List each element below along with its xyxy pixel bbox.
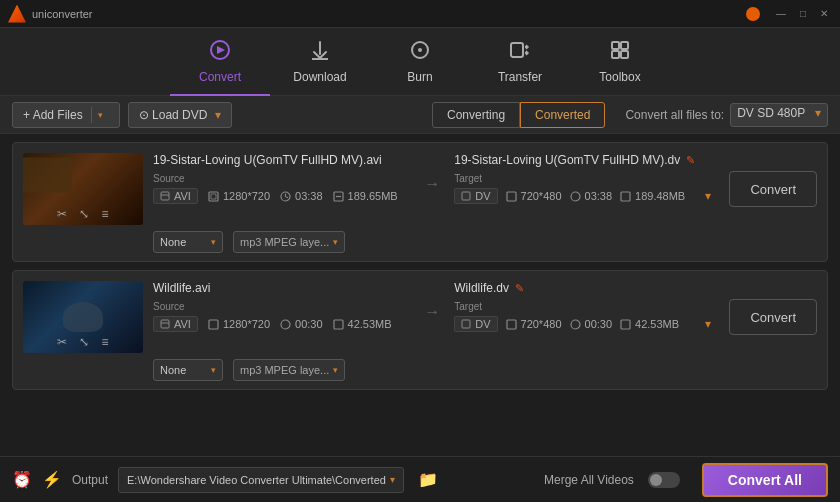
source-size-2: 42.53MB bbox=[333, 318, 392, 330]
add-files-dropdown[interactable]: ▾ bbox=[91, 107, 109, 123]
alarm-icon[interactable]: ⏰ bbox=[12, 470, 32, 489]
target-label-1: Target bbox=[454, 173, 711, 184]
scissors-icon-2[interactable]: ✂ bbox=[57, 335, 67, 349]
output-label: Output bbox=[72, 473, 108, 487]
nav-item-transfer[interactable]: Transfer bbox=[470, 28, 570, 96]
target-duration-1: 03:38 bbox=[570, 190, 613, 202]
audio-codec-chevron-1: ▾ bbox=[333, 237, 338, 247]
title-bar-left: uniconverter bbox=[8, 5, 93, 23]
thumbnail-2: ✂ ⤡ ≡ bbox=[23, 281, 143, 353]
expand-arrow-2[interactable]: ▾ bbox=[705, 317, 711, 331]
arrow-right-1: → bbox=[424, 175, 440, 193]
merge-toggle[interactable] bbox=[648, 472, 680, 488]
output-path[interactable]: E:\Wondershare Video Converter Ultimate\… bbox=[118, 467, 404, 493]
load-dvd-button[interactable]: ⊙ Load DVD ▾ bbox=[128, 102, 233, 128]
minimize-button[interactable]: — bbox=[772, 6, 790, 21]
file-name-row-2: Wildlife.avi bbox=[153, 281, 410, 295]
win-controls: — □ ✕ bbox=[772, 6, 832, 21]
target-name-row-2: Wildlife.dv ✎ bbox=[454, 281, 711, 295]
source-label-2: Source bbox=[153, 301, 410, 312]
format-select-wrapper[interactable]: DV SD 480P ▾ bbox=[730, 103, 828, 127]
toolbar: + Add Files ▾ ⊙ Load DVD ▾ Converting Co… bbox=[0, 96, 840, 134]
svg-rect-20 bbox=[161, 320, 169, 328]
seal-shape bbox=[63, 302, 103, 332]
svg-rect-7 bbox=[621, 42, 628, 49]
audio-codec-select-1[interactable]: mp3 MPEG laye... ▾ bbox=[233, 231, 345, 253]
target-file-name-2: Wildlife.dv bbox=[454, 281, 509, 295]
file-item-1-bottom: None ▾ mp3 MPEG laye... ▾ bbox=[23, 231, 817, 253]
format-dropdown-icon: ▾ bbox=[815, 106, 821, 120]
source-duration-2: 00:30 bbox=[280, 318, 323, 330]
status-bar: ⏰ ⚡ Output E:\Wondershare Video Converte… bbox=[0, 456, 840, 502]
convert-nav-icon bbox=[209, 39, 231, 66]
edit-icon-1[interactable]: ✎ bbox=[686, 154, 695, 167]
scissors-icon-1[interactable]: ✂ bbox=[57, 207, 67, 221]
audio-none-select-1[interactable]: None ▾ bbox=[153, 231, 223, 253]
svg-rect-16 bbox=[462, 192, 470, 200]
nav-label-transfer: Transfer bbox=[498, 70, 542, 84]
audio-none-chevron-2: ▾ bbox=[211, 365, 216, 375]
load-dvd-label: ⊙ Load DVD bbox=[139, 108, 208, 122]
target-file-name-1: 19-Sistar-Loving U(GomTV FullHD MV).dv bbox=[454, 153, 680, 167]
target-format-tag-2: DV bbox=[454, 316, 497, 332]
app-logo bbox=[8, 5, 26, 23]
output-path-text: E:\Wondershare Video Converter Ultimate\… bbox=[127, 474, 386, 486]
target-label-2: Target bbox=[454, 301, 711, 312]
crop-icon-1[interactable]: ⤡ bbox=[79, 207, 89, 221]
svg-point-23 bbox=[281, 320, 290, 329]
convert-all-button[interactable]: Convert All bbox=[702, 463, 828, 497]
target-size-2: 42.53MB bbox=[620, 318, 679, 330]
maximize-button[interactable]: □ bbox=[796, 6, 810, 21]
convert-all-to: Convert all files to: DV SD 480P ▾ bbox=[625, 103, 828, 127]
nav-label-download: Download bbox=[293, 70, 346, 84]
target-details-2: DV 720*480 00:30 42.53MB ▾ bbox=[454, 316, 711, 332]
convert-button-2[interactable]: Convert bbox=[729, 299, 817, 335]
svg-rect-12 bbox=[209, 192, 218, 201]
tab-converting[interactable]: Converting bbox=[432, 102, 520, 128]
format-value: DV SD 480P bbox=[737, 106, 805, 120]
crop-icon-2[interactable]: ⤡ bbox=[79, 335, 89, 349]
source-format-tag-2: AVI bbox=[153, 316, 198, 332]
source-format-tag-1: AVI bbox=[153, 188, 198, 204]
close-button[interactable]: ✕ bbox=[816, 6, 832, 21]
expand-arrow-1[interactable]: ▾ bbox=[705, 189, 711, 203]
tab-converted[interactable]: Converted bbox=[520, 102, 605, 128]
settings-icon-1[interactable]: ≡ bbox=[101, 207, 108, 221]
svg-rect-9 bbox=[621, 51, 628, 58]
nav-bar: Convert Download Burn Transfer bbox=[0, 28, 840, 96]
target-name-row-1: 19-Sistar-Loving U(GomTV FullHD MV).dv ✎ bbox=[454, 153, 711, 167]
nav-item-download[interactable]: Download bbox=[270, 28, 370, 96]
nav-item-burn[interactable]: Burn bbox=[370, 28, 470, 96]
folder-open-icon[interactable]: 📁 bbox=[418, 470, 438, 489]
svg-point-18 bbox=[571, 192, 580, 201]
arrow-col-1: → bbox=[420, 153, 444, 193]
output-path-dropdown[interactable]: ▾ bbox=[390, 474, 395, 485]
format-select[interactable]: DV SD 480P ▾ bbox=[730, 103, 828, 127]
file-item-1: ✂ ⤡ ≡ 19-Sistar-Loving U(GomTV FullHD MV… bbox=[12, 142, 828, 262]
file-info-right-2: Wildlife.dv ✎ Target DV 720*480 00 bbox=[454, 281, 711, 332]
add-files-button[interactable]: + Add Files ▾ bbox=[12, 102, 120, 128]
thumbnail-1: ✂ ⤡ ≡ bbox=[23, 153, 143, 225]
convert-all-label: Convert all files to: bbox=[625, 108, 724, 122]
file-item-1-top: ✂ ⤡ ≡ 19-Sistar-Loving U(GomTV FullHD MV… bbox=[23, 153, 817, 225]
file-item-2: ✂ ⤡ ≡ Wildlife.avi Source AVI bbox=[12, 270, 828, 390]
svg-rect-17 bbox=[507, 192, 516, 201]
source-file-name-1: 19-Sistar-Loving U(GomTV FullHD MV).avi bbox=[153, 153, 382, 167]
svg-rect-22 bbox=[209, 320, 218, 329]
nav-label-convert: Convert bbox=[199, 70, 241, 84]
nav-label-toolbox: Toolbox bbox=[599, 70, 640, 84]
flash-icon[interactable]: ⚡ bbox=[42, 470, 62, 489]
convert-button-1[interactable]: Convert bbox=[729, 171, 817, 207]
svg-rect-28 bbox=[621, 320, 630, 329]
file-info-left-2: Wildlife.avi Source AVI 1280*720 00:30 bbox=[153, 281, 410, 332]
audio-codec-select-2[interactable]: mp3 MPEG laye... ▾ bbox=[233, 359, 345, 381]
nav-item-convert[interactable]: Convert bbox=[170, 28, 270, 96]
edit-icon-2[interactable]: ✎ bbox=[515, 282, 524, 295]
title-icon-btn[interactable] bbox=[746, 7, 760, 21]
file-item-2-top: ✂ ⤡ ≡ Wildlife.avi Source AVI bbox=[23, 281, 817, 353]
settings-icon-2[interactable]: ≡ bbox=[101, 335, 108, 349]
arrow-col-2: → bbox=[420, 281, 444, 321]
source-duration-1: 03:38 bbox=[280, 190, 323, 202]
audio-none-select-2[interactable]: None ▾ bbox=[153, 359, 223, 381]
nav-item-toolbox[interactable]: Toolbox bbox=[570, 28, 670, 96]
